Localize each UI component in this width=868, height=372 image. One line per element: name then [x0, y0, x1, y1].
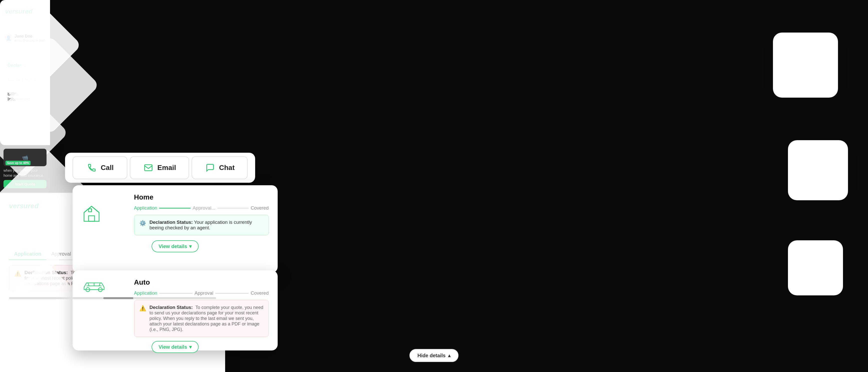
home-progress: Application Approval... Covered: [134, 205, 269, 211]
auto-view-details-button[interactable]: View details ▾: [152, 341, 198, 353]
chevron-down-icon-auto: ▾: [189, 344, 192, 350]
home-step-2: Approval...: [193, 205, 215, 211]
auto-step-1: Application: [134, 290, 157, 296]
svg-rect-5: [89, 209, 92, 212]
home-step-3: Covered: [251, 205, 269, 211]
chat-label: Chat: [219, 164, 235, 172]
phone-icon: [86, 162, 97, 173]
email-button[interactable]: Email: [130, 156, 189, 179]
warning-icon: ⚠️: [139, 305, 146, 312]
auto-car-icon: [82, 278, 106, 292]
svg-line-3: [92, 206, 99, 212]
house-icon: [82, 204, 101, 224]
svg-rect-0: [145, 165, 152, 171]
auto-alert: ⚠️ Declaration Status: To complete your …: [134, 300, 269, 337]
info-icon: ⚙️: [139, 220, 146, 227]
call-button[interactable]: Call: [72, 156, 127, 179]
contact-panel: Call Email Chat: [65, 153, 255, 183]
home-panel: Home Application Approval... Covered ⚙️ …: [72, 185, 278, 273]
auto-progress: Application Approval Covered: [134, 290, 269, 296]
home-alert-title: Declaration Status:: [150, 220, 193, 225]
auto-title: Auto: [134, 278, 269, 286]
home-alert: ⚙️ Declaration Status: Your application …: [134, 215, 269, 235]
chat-button[interactable]: Chat: [192, 156, 248, 179]
envelope-icon: [143, 162, 154, 173]
home-step-1: Application: [134, 205, 157, 211]
email-label: Email: [157, 164, 176, 172]
chevron-down-icon: ▾: [189, 243, 192, 249]
call-label: Call: [101, 164, 114, 172]
home-view-label: View details: [159, 244, 187, 249]
auto-panel: Auto Application Approval Covered ⚠️ Dec…: [72, 270, 278, 350]
promo-badge: Save up to 40%: [5, 161, 31, 165]
auto-step-3: Covered: [251, 290, 269, 296]
home-view-details-button[interactable]: View details ▾: [152, 240, 198, 252]
svg-rect-4: [89, 216, 95, 221]
home-title: Home: [134, 193, 269, 201]
chat-bubble-icon: [205, 162, 216, 173]
auto-step-2: Approval: [195, 290, 213, 296]
auto-alert-title: Declaration Status:: [150, 305, 193, 310]
auto-view-label: View details: [159, 344, 187, 350]
